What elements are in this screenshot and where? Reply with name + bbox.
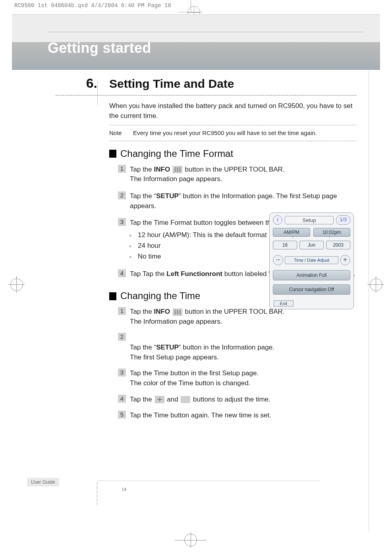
section-intro: When you have installed the battery pack…: [109, 101, 356, 121]
footer-dotted-vertical: [97, 482, 97, 505]
info-toolbar-icon: [173, 166, 182, 173]
crop-mark-top: [175, 0, 207, 16]
device-ampm-button[interactable]: AM/PM: [273, 228, 310, 237]
step-number-5: 5: [118, 411, 126, 419]
step-number-2: 2: [118, 333, 126, 341]
registration-mark-left: [8, 276, 25, 293]
device-time-button[interactable]: 10:02pm: [313, 228, 351, 237]
footer-rule: [97, 481, 319, 481]
step-number-4: 4: [118, 269, 126, 277]
sub2-step1-text: Tap the INFO button in the UPPER TOOL BA…: [130, 307, 356, 326]
device-plus-button[interactable]: +: [340, 255, 350, 265]
svg-rect-1: [174, 167, 176, 172]
device-info-icon[interactable]: i: [273, 215, 282, 225]
footer-user-guide-label: User Guide: [27, 478, 59, 486]
step-number-1: 1: [118, 307, 126, 315]
subsection1-title: Changing the Time Format: [120, 147, 233, 161]
minus-button-icon: [181, 396, 190, 403]
subsection2-title: Changing the Time: [120, 289, 200, 303]
info-toolbar-icon: [173, 309, 182, 316]
subsection-marker-icon: [109, 292, 116, 300]
note-label: Note: [109, 129, 133, 137]
plus-button-icon: [155, 396, 164, 403]
device-year-button[interactable]: 2003: [326, 241, 350, 249]
device-screenshot: i Setup 1/3 AM/PM 10:02pm 16 Jun 2003 − …: [269, 212, 354, 309]
svg-rect-3: [179, 167, 181, 172]
device-minus-button[interactable]: −: [273, 255, 283, 265]
page: RC9500 1st 040604b.qxd 4/4/2004 6:40 PM …: [0, 0, 392, 556]
sub1-step2-text: Tap the “SETUP” button in the Informatio…: [130, 191, 356, 211]
section-title: Setting Time and Date: [109, 77, 234, 91]
step-number-1: 1: [118, 165, 126, 173]
svg-rect-7: [179, 310, 181, 315]
sub2-step3-text: Tap the Time button in the first Setup p…: [130, 369, 356, 388]
device-exit-button[interactable]: Exit: [274, 300, 294, 307]
dotted-rule: [56, 95, 356, 96]
footer-page-number: 14: [122, 487, 126, 492]
step-number-3: 3: [118, 369, 126, 376]
note-block: Note Every time you reset your RC9500 yo…: [109, 125, 356, 141]
device-animation-button[interactable]: Animation Full: [273, 270, 350, 280]
banner-rule: [48, 32, 365, 32]
step-number-3: 3: [118, 218, 126, 226]
step-number-2: 2: [118, 191, 126, 199]
trim-line-right: [369, 21, 369, 532]
svg-rect-5: [174, 310, 176, 315]
sub2-step5-text: Tap the Time button again. The new time …: [130, 411, 356, 421]
device-header-label: Setup: [285, 216, 334, 224]
print-meta: RC9500 1st 040604b.qxd 4/4/2004 6:40 PM …: [14, 2, 171, 9]
crop-mark-bottom: [175, 532, 207, 548]
registration-mark-right: [367, 276, 384, 293]
device-day-button[interactable]: 16: [273, 241, 297, 249]
device-adjust-label: Time / Date Adjust: [285, 256, 338, 264]
sub2-step4-text: Tap the and buttons to adjust the time.: [130, 395, 356, 405]
note-text: Every time you reset your RC9500 you wil…: [133, 129, 356, 137]
device-cursor-nav-button[interactable]: Cursor navigation Off: [273, 284, 350, 295]
step-number-4: 4: [118, 395, 126, 403]
device-page-indicator: 1/3: [336, 215, 350, 225]
sub1-step1-text: Tap the INFO button in the UPPER TOOL BA…: [130, 165, 356, 184]
svg-rect-6: [177, 310, 178, 315]
device-month-button[interactable]: Jun: [299, 241, 324, 249]
sub2-step2-text: Tap the “SETUP” button in the Informatio…: [130, 333, 356, 362]
section-number: 6.: [56, 75, 97, 91]
subsection-marker-icon: [109, 150, 116, 158]
chapter-title: Getting started: [48, 40, 151, 56]
svg-rect-2: [177, 167, 178, 172]
